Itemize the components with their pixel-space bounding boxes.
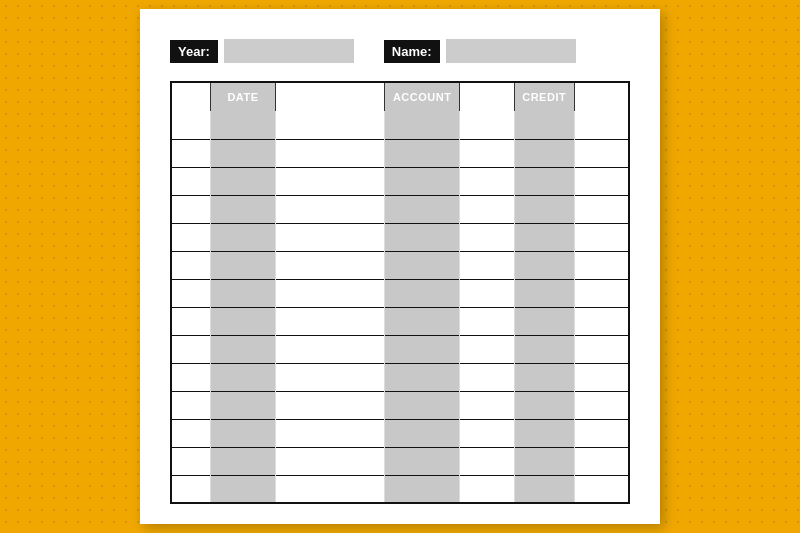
- cell-debit[interactable]: [460, 167, 515, 195]
- cell-acct[interactable]: [385, 223, 460, 251]
- cell-debit[interactable]: [460, 251, 515, 279]
- cell-total[interactable]: [574, 223, 629, 251]
- cell-total[interactable]: [574, 111, 629, 139]
- cell-desc[interactable]: [275, 391, 385, 419]
- cell-desc[interactable]: [275, 223, 385, 251]
- cell-total[interactable]: [574, 279, 629, 307]
- cell-date[interactable]: [211, 475, 275, 503]
- cell-debit[interactable]: [460, 139, 515, 167]
- cell-debit[interactable]: [460, 307, 515, 335]
- cell-date[interactable]: [211, 447, 275, 475]
- cell-credit[interactable]: [514, 391, 574, 419]
- cell-acct[interactable]: [385, 279, 460, 307]
- cell-debit[interactable]: [460, 279, 515, 307]
- cell-acct[interactable]: [385, 167, 460, 195]
- cell-credit[interactable]: [514, 363, 574, 391]
- cell-acct[interactable]: [385, 419, 460, 447]
- cell-desc[interactable]: [275, 307, 385, 335]
- cell-debit[interactable]: [460, 475, 515, 503]
- cell-debit[interactable]: [460, 391, 515, 419]
- cell-desc[interactable]: [275, 363, 385, 391]
- cell-credit[interactable]: [514, 335, 574, 363]
- cell-total[interactable]: [574, 419, 629, 447]
- cell-no[interactable]: [171, 391, 211, 419]
- name-input[interactable]: [446, 39, 576, 63]
- cell-credit[interactable]: [514, 195, 574, 223]
- cell-desc[interactable]: [275, 167, 385, 195]
- cell-credit[interactable]: [514, 475, 574, 503]
- cell-debit[interactable]: [460, 447, 515, 475]
- table-row[interactable]: [171, 139, 629, 167]
- cell-acct[interactable]: [385, 475, 460, 503]
- table-row[interactable]: [171, 335, 629, 363]
- cell-date[interactable]: [211, 251, 275, 279]
- table-row[interactable]: [171, 363, 629, 391]
- cell-debit[interactable]: [460, 111, 515, 139]
- cell-acct[interactable]: [385, 363, 460, 391]
- cell-desc[interactable]: [275, 195, 385, 223]
- cell-acct[interactable]: [385, 391, 460, 419]
- cell-date[interactable]: [211, 307, 275, 335]
- cell-total[interactable]: [574, 251, 629, 279]
- table-row[interactable]: [171, 419, 629, 447]
- cell-acct[interactable]: [385, 195, 460, 223]
- cell-total[interactable]: [574, 335, 629, 363]
- cell-acct[interactable]: [385, 307, 460, 335]
- cell-acct[interactable]: [385, 251, 460, 279]
- cell-desc[interactable]: [275, 419, 385, 447]
- cell-desc[interactable]: [275, 111, 385, 139]
- cell-date[interactable]: [211, 139, 275, 167]
- cell-no[interactable]: [171, 251, 211, 279]
- cell-credit[interactable]: [514, 251, 574, 279]
- cell-acct[interactable]: [385, 139, 460, 167]
- cell-no[interactable]: [171, 223, 211, 251]
- table-row[interactable]: [171, 307, 629, 335]
- table-row[interactable]: [171, 447, 629, 475]
- cell-desc[interactable]: [275, 251, 385, 279]
- cell-date[interactable]: [211, 167, 275, 195]
- cell-date[interactable]: [211, 363, 275, 391]
- year-input[interactable]: [224, 39, 354, 63]
- cell-no[interactable]: [171, 307, 211, 335]
- cell-no[interactable]: [171, 363, 211, 391]
- table-row[interactable]: [171, 223, 629, 251]
- cell-date[interactable]: [211, 419, 275, 447]
- cell-date[interactable]: [211, 391, 275, 419]
- cell-debit[interactable]: [460, 223, 515, 251]
- table-row[interactable]: [171, 111, 629, 139]
- cell-credit[interactable]: [514, 167, 574, 195]
- cell-credit[interactable]: [514, 223, 574, 251]
- cell-date[interactable]: [211, 195, 275, 223]
- cell-no[interactable]: [171, 139, 211, 167]
- table-row[interactable]: [171, 391, 629, 419]
- cell-credit[interactable]: [514, 279, 574, 307]
- cell-total[interactable]: [574, 447, 629, 475]
- cell-date[interactable]: [211, 279, 275, 307]
- cell-debit[interactable]: [460, 195, 515, 223]
- cell-desc[interactable]: [275, 475, 385, 503]
- cell-total[interactable]: [574, 195, 629, 223]
- cell-desc[interactable]: [275, 139, 385, 167]
- cell-no[interactable]: [171, 335, 211, 363]
- cell-no[interactable]: [171, 475, 211, 503]
- cell-date[interactable]: [211, 111, 275, 139]
- cell-credit[interactable]: [514, 111, 574, 139]
- cell-date[interactable]: [211, 223, 275, 251]
- cell-total[interactable]: [574, 307, 629, 335]
- table-row[interactable]: [171, 279, 629, 307]
- cell-debit[interactable]: [460, 419, 515, 447]
- cell-credit[interactable]: [514, 447, 574, 475]
- cell-total[interactable]: [574, 167, 629, 195]
- cell-total[interactable]: [574, 363, 629, 391]
- cell-acct[interactable]: [385, 447, 460, 475]
- cell-desc[interactable]: [275, 447, 385, 475]
- table-row[interactable]: [171, 167, 629, 195]
- cell-no[interactable]: [171, 419, 211, 447]
- cell-desc[interactable]: [275, 335, 385, 363]
- cell-no[interactable]: [171, 111, 211, 139]
- cell-debit[interactable]: [460, 363, 515, 391]
- table-row[interactable]: [171, 475, 629, 503]
- cell-credit[interactable]: [514, 307, 574, 335]
- cell-date[interactable]: [211, 335, 275, 363]
- cell-no[interactable]: [171, 195, 211, 223]
